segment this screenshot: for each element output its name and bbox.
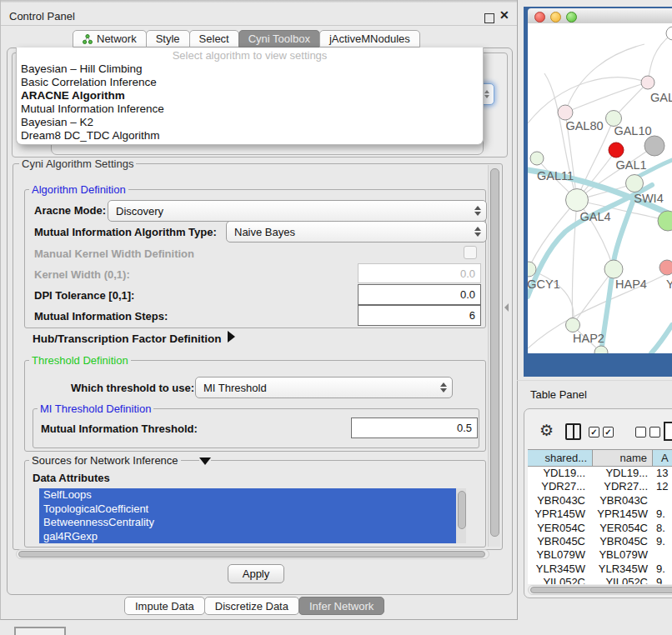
tab-infer-network[interactable]: Infer Network <box>298 597 384 615</box>
new-table-icon[interactable] <box>664 422 672 441</box>
label-gal10: GAL10 <box>614 124 651 138</box>
attribute-item[interactable]: SelfLoops <box>39 488 466 502</box>
node-gal11[interactable] <box>530 152 544 165</box>
tab-discretize-data[interactable]: Discretize Data <box>204 597 299 615</box>
tab-cyni-toolbox[interactable]: Cyni Toolbox <box>238 30 320 48</box>
control-panel-window: Control Panel ✕ Network Style Select Cyn… <box>0 0 518 620</box>
node-pink[interactable] <box>641 76 654 89</box>
mi-type-combo[interactable]: Naive Bayes <box>226 221 487 242</box>
settings-hscrollbar-thumb[interactable] <box>18 551 485 558</box>
table-row[interactable]: YBL079WYBL079W <box>528 548 672 562</box>
tab-network-label: Network <box>97 32 137 45</box>
close-traffic-light-icon[interactable] <box>534 12 545 22</box>
kernel-width-field[interactable]: 0.0 <box>358 263 481 283</box>
node-gal1[interactable] <box>626 175 644 192</box>
label-hap2: HAP2 <box>573 332 604 345</box>
tab-impute-data[interactable]: Impute Data <box>124 597 205 615</box>
unchecked-checkbox-icon[interactable] <box>649 427 660 438</box>
table-row[interactable]: YDR27...YDR27...12 <box>528 480 672 493</box>
table-hscrollbar-track[interactable] <box>528 585 672 595</box>
tab-style[interactable]: Style <box>146 30 190 48</box>
dropdown-item[interactable]: Bayesian – K2 <box>17 116 483 129</box>
label-y-partial: Y <box>666 278 672 291</box>
settings-group-title: Cyni Algorithm Settings <box>19 158 136 170</box>
tab-impute-data-label: Impute Data <box>135 600 194 612</box>
mi-threshold-field[interactable]: 0.5 <box>351 418 478 438</box>
node-hap4[interactable] <box>604 260 623 278</box>
maximize-traffic-light-icon[interactable] <box>566 12 577 22</box>
control-panel-titlebar: Control Panel ✕ <box>1 2 517 26</box>
node-gray[interactable] <box>644 136 664 156</box>
table-row[interactable]: YER054CYER054C8. <box>528 522 672 535</box>
dropdown-item[interactable]: Mutual Information Inference <box>17 102 483 116</box>
node-salmon[interactable] <box>659 260 672 275</box>
manual-kernel-checkbox[interactable] <box>464 246 477 259</box>
table-row[interactable]: YBR045CYBR045C9. <box>528 535 672 548</box>
dropdown-item[interactable]: Dream8 DC_TDC Algorithm <box>17 129 483 142</box>
attribute-item[interactable]: BetweennessCentrality <box>39 516 466 530</box>
network-node-labels: GAL GAL80 GAL10 GAL1 GAL11 SWI4 GAL4 GCY… <box>528 91 672 345</box>
aracne-mode-value: Discovery <box>116 205 163 218</box>
table-row[interactable]: YLR345WYLR345W9. <box>528 562 672 576</box>
hub-expand-arrow-icon[interactable] <box>228 331 235 342</box>
mi-steps-field[interactable]: 6 <box>358 305 481 326</box>
unchecked-checkbox-icon[interactable] <box>635 427 646 438</box>
node-partial-bottom[interactable] <box>594 346 608 353</box>
dropdown-item[interactable]: Bayesian – Hill Climbing <box>17 62 483 76</box>
checked-checkbox-icon[interactable]: ✓ <box>589 427 599 438</box>
which-threshold-combo[interactable]: MI Threshold <box>195 377 453 398</box>
table-row[interactable]: YPR145WYPR145W9. <box>528 508 672 521</box>
table-row[interactable]: YIL052CYIL052C9 <box>528 576 672 584</box>
network-canvas[interactable]: GAL GAL80 GAL10 GAL1 GAL11 SWI4 GAL4 GCY… <box>528 23 672 353</box>
node-hap2[interactable] <box>566 318 580 332</box>
columns-icon[interactable] <box>565 423 581 440</box>
float-window-icon[interactable] <box>484 13 494 23</box>
dropdown-placeholder: Select algorithm to view settings <box>17 49 483 62</box>
network-icon <box>83 34 93 44</box>
node-gal4[interactable] <box>566 189 589 212</box>
close-icon[interactable]: ✕ <box>499 8 509 22</box>
label-gal11: GAL11 <box>537 169 574 182</box>
table-row[interactable]: YDL19...YDL19...13 <box>528 467 672 480</box>
label-gal1: GAL1 <box>615 158 646 172</box>
dpi-tolerance-field[interactable]: 0.0 <box>358 284 481 305</box>
attributes-scrollbar-track[interactable] <box>456 488 466 543</box>
table-row[interactable]: YBR043CYBR043C <box>528 494 672 508</box>
tab-network[interactable]: Network <box>73 30 147 48</box>
hub-section-label[interactable]: Hub/Transcription Factor Definition <box>33 332 222 345</box>
attribute-item[interactable]: gal4RGexp <box>39 530 466 544</box>
minimized-panel-icon[interactable] <box>14 627 66 635</box>
checked-checkbox-icon[interactable]: ✓ <box>603 427 614 438</box>
tab-select[interactable]: Select <box>189 30 239 48</box>
settings-hscrollbar-track[interactable] <box>16 549 489 559</box>
aracne-mode-combo[interactable]: Discovery <box>108 200 487 222</box>
panel-splitter-handle[interactable] <box>504 303 509 312</box>
column-header-name[interactable]: name <box>593 450 653 466</box>
table-panel-box: ⚙ ✓ ✓ shared... name A YDL19...YDL19...1… <box>524 408 672 598</box>
attribute-item[interactable]: TopologicalCoefficient <box>39 502 466 517</box>
sources-collapse-arrow-icon[interactable] <box>199 458 211 465</box>
network-window-titlebar[interactable] <box>528 8 672 24</box>
sources-group-title[interactable]: Sources for Network Inference <box>29 454 181 467</box>
minimize-traffic-light-icon[interactable] <box>550 12 561 22</box>
tab-style-label: Style <box>156 32 180 45</box>
node-selected-red[interactable] <box>609 142 624 158</box>
mi-type-label: Mutual Information Algorithm Type: <box>34 226 217 238</box>
tab-jactivemnodules[interactable]: jActiveMNodules <box>319 30 420 48</box>
column-header-shared-name[interactable]: shared... <box>528 450 593 466</box>
settings-scrollbar-track[interactable] <box>488 165 500 547</box>
attributes-scrollbar-thumb[interactable] <box>458 491 466 529</box>
algorithm-definition-title: Algorithm Definition <box>29 183 128 196</box>
dropdown-item[interactable]: Basic Correlation Inference <box>17 76 483 89</box>
node-gal80[interactable] <box>558 105 573 120</box>
dropdown-item-selected[interactable]: ARACNE Algorithm <box>17 89 483 102</box>
control-panel-title: Control Panel <box>9 10 75 22</box>
column-header-partial[interactable]: A <box>653 450 672 466</box>
table-hscrollbar-thumb[interactable] <box>530 587 672 593</box>
apply-button[interactable]: Apply <box>228 564 284 583</box>
mi-steps-value: 6 <box>469 309 475 322</box>
node-bright-green[interactable] <box>658 211 672 231</box>
settings-scrollbar-thumb[interactable] <box>490 168 499 537</box>
tab-infer-network-label: Infer Network <box>309 600 374 612</box>
gear-icon[interactable]: ⚙ <box>539 421 554 440</box>
